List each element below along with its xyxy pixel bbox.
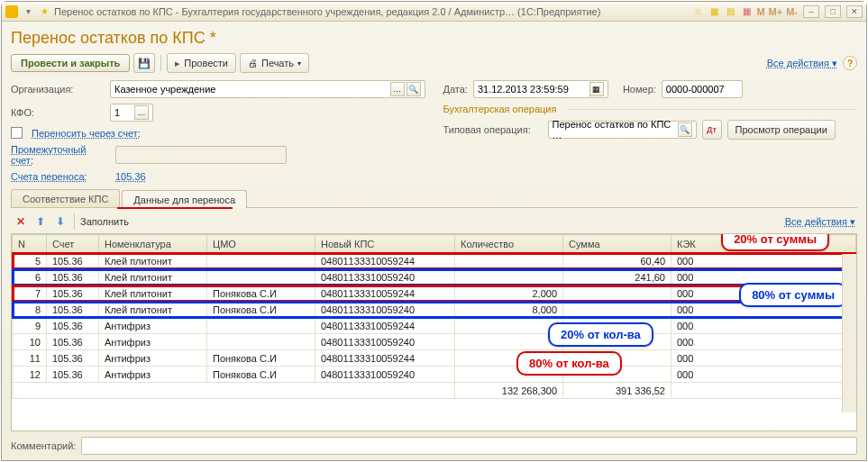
grid: N Счет Номенклатура ЦМО Новый КПС Количе… [11,233,857,431]
col-cmo[interactable]: ЦМО [207,235,315,253]
col-qty[interactable]: Количество [455,235,563,253]
transfer-via-label[interactable]: Переносить через счет: [32,128,141,139]
kfo-input[interactable]: 1 … [110,104,153,122]
dtkt-icon[interactable]: Дт [702,120,722,140]
separator [74,213,75,230]
memory-m[interactable]: M [756,6,764,17]
window: ▾ ★ Перенос остатков по КПС - Бухгалтери… [1,1,867,461]
grid-icon[interactable]: ▦ [708,5,720,18]
comment-label: Комментарий: [11,440,76,451]
transfer-accounts-value[interactable]: 105.36 [115,171,146,182]
dropdown-icon[interactable]: ▾ [22,5,34,18]
minimize-button[interactable]: – [803,5,819,18]
grid-toolbar: ✕ ⬆ ⬇ Заполнить Все действия ▾ [11,210,857,233]
typical-op-search-icon[interactable]: 🔍 [678,122,692,137]
print-button[interactable]: 🖨Печать▾ [240,53,309,73]
window-title: Перенос остатков по КПС - Бухгалтерия го… [54,6,600,17]
typical-op-value: Перенос остатков по КПС … [553,119,676,140]
total-qty: 132 268,300 [455,383,563,399]
org-label: Организация: [11,84,105,95]
tab-transfer-data[interactable]: Данные для переноса [122,190,247,208]
table-row[interactable]: 11105.36АнтифризПонякова С.И048011333100… [13,350,856,367]
fill-button[interactable]: Заполнить [80,216,129,227]
transfer-accounts-label[interactable]: Счета переноса: [11,171,110,182]
comment-row: Комментарий: [11,431,857,457]
col-nomen[interactable]: Номенклатура [99,235,207,253]
kfo-select-icon[interactable]: … [134,105,149,120]
help-icon[interactable]: ? [843,56,857,70]
callout-qty20: 20% от кол-ва [548,322,653,347]
interim-account-input [115,146,287,164]
col-account[interactable]: Счет [47,235,99,253]
org-value: Казенное учреждение [114,84,388,95]
callout-sum80: 80% от суммы [739,283,847,307]
save-button[interactable]: 💾 [133,53,155,73]
post-button[interactable]: ▸Провести [167,53,236,73]
table-row[interactable]: 9105.36Антифриз04801133310059244000 [13,318,856,334]
table-row[interactable]: 12105.36АнтифризПонякова С.И048011333100… [13,367,856,383]
totals-row: 132 268,300 391 336,52 [13,383,856,399]
separator [160,55,161,71]
col-new-kps[interactable]: Новый КПС [315,235,455,253]
memory-mplus[interactable]: M+ [769,6,783,17]
number-label: Номер: [623,84,656,95]
date-value: 31.12.2013 23:59:59 [478,84,588,95]
tab-highlight [117,207,233,209]
delete-row-icon[interactable]: ✕ [13,213,29,230]
interim-account-label[interactable]: Промежуточный счет: [11,144,110,166]
calc-icon[interactable]: ▤ [724,5,736,18]
kfo-label: КФО: [11,107,105,118]
col-sum[interactable]: Сумма [563,235,672,253]
table-row[interactable]: 8105.36Клей плитонитПонякова С.И04801133… [13,302,856,318]
post-and-close-button[interactable]: Провести и закрыть [11,54,130,72]
content-area: Перенос остатков по КПС * Провести и зак… [2,22,866,460]
move-down-icon[interactable]: ⬇ [52,213,69,230]
table-row[interactable]: 10105.36Антифриз04801133310059240000 [13,334,856,350]
org-input[interactable]: Казенное учреждение … 🔍 [110,80,425,98]
app-icon [5,5,18,18]
kfo-value: 1 [114,107,132,118]
page-title: Перенос остатков по КПС * [11,29,857,48]
move-up-icon[interactable]: ⬆ [32,213,49,230]
date-label: Дата: [443,84,468,95]
callout-qty80: 80% от кол-ва [516,351,622,376]
accounting-fieldset-title: Бухгалтерская операция [443,104,557,114]
view-operation-button[interactable]: Просмотр операции [727,120,836,140]
total-sum: 391 336,52 [563,383,672,399]
vertical-scrollbar[interactable] [842,254,856,412]
titlebar: ▾ ★ Перенос остатков по КПС - Бухгалтери… [2,2,866,22]
date-input[interactable]: 31.12.2013 23:59:59 ▦ [473,80,608,98]
close-button[interactable]: ✕ [846,5,863,18]
col-n[interactable]: N [13,235,47,253]
typical-op-input[interactable]: Перенос остатков по КПС … 🔍 [548,121,697,139]
main-toolbar: Провести и закрыть 💾 ▸Провести 🖨Печать▾ … [11,53,857,73]
fieldset-line [567,109,857,110]
tab-kps-mapping[interactable]: Соответствие КПС [11,189,120,207]
table-row[interactable]: 6105.36Клей плитонит04801133310059240241… [13,269,856,285]
calendar-icon[interactable]: ▦ [740,5,753,18]
number-value: 0000-000007 [666,84,725,95]
all-actions-link[interactable]: Все действия ▾ [767,58,837,69]
data-table[interactable]: N Счет Номенклатура ЦМО Новый КПС Количе… [12,234,856,399]
star-icon[interactable]: ☆ [691,5,704,18]
table-row[interactable]: 5105.36Клей плитонит0480113331005924460,… [13,253,856,269]
transfer-via-checkbox[interactable] [11,127,23,139]
tabs: Соответствие КПС Данные для переноса [11,189,857,208]
print-label: Печать [261,58,294,68]
maximize-button[interactable]: □ [825,5,841,18]
memory-mminus[interactable]: M- [786,6,798,17]
date-calendar-icon[interactable]: ▦ [589,82,604,96]
org-search-icon[interactable]: 🔍 [407,82,421,96]
number-input[interactable]: 0000-000007 [662,80,743,98]
callout-sum20: 20% от суммы [721,233,829,251]
typical-op-label: Типовая операция: [443,124,543,135]
form-area: Организация: Казенное учреждение … 🔍 КФО… [11,80,857,187]
grid-all-actions[interactable]: Все действия ▾ [785,216,855,227]
favorite-icon[interactable]: ★ [38,5,50,18]
table-row[interactable]: 7105.36Клей плитонитПонякова С.И04801133… [13,285,856,302]
comment-input[interactable] [81,437,857,455]
post-label: Провести [184,58,228,68]
org-select-icon[interactable]: … [390,82,405,96]
